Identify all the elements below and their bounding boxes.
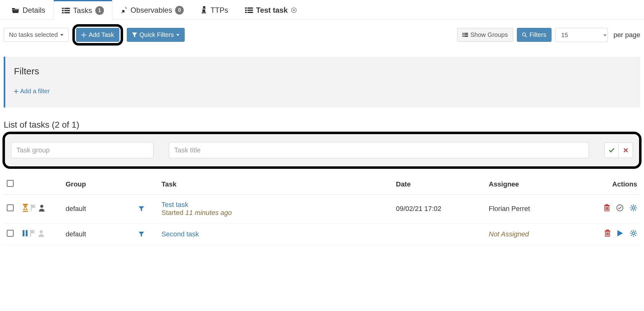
play-icon[interactable] — [617, 230, 624, 237]
svg-rect-10 — [247, 10, 253, 11]
tab-ttps-label: TTPs — [210, 6, 228, 15]
svg-rect-27 — [23, 230, 24, 236]
tab-test-task[interactable]: Test task — [237, 0, 305, 20]
svg-rect-19 — [464, 36, 468, 37]
hourglass-icon — [22, 204, 28, 212]
tasks-icon — [245, 7, 253, 14]
delete-icon[interactable] — [604, 230, 611, 237]
col-group: Group — [62, 174, 158, 195]
svg-point-26 — [632, 207, 635, 209]
row-checkbox[interactable] — [7, 230, 14, 237]
svg-rect-17 — [464, 34, 468, 35]
list-heading: List of tasks (2 of 1) — [0, 120, 644, 132]
col-assignee: Assignee — [486, 174, 585, 195]
table-row: default Test task Started 11 minutes ago… — [4, 194, 640, 223]
svg-rect-14 — [462, 33, 464, 34]
svg-rect-2 — [62, 10, 64, 11]
chess-icon — [200, 6, 207, 14]
new-task-row-highlight — [2, 132, 642, 169]
row-assignee: Florian Perret — [486, 194, 585, 223]
delete-icon[interactable] — [604, 204, 610, 212]
confirm-button[interactable] — [604, 142, 619, 158]
no-tasks-selected-dropdown[interactable]: No tasks selected — [4, 28, 69, 42]
svg-point-20 — [522, 33, 526, 36]
per-page-select[interactable]: 15 — [555, 28, 608, 42]
toolbar: No tasks selected Add Task Quick Filters… — [0, 20, 644, 57]
svg-rect-12 — [247, 12, 253, 13]
svg-point-23 — [40, 205, 43, 208]
svg-rect-4 — [62, 12, 64, 13]
tasks-table: Group Task Date Assignee Actions — [4, 174, 640, 245]
task-subtext: Started 11 minutes ago — [161, 209, 390, 217]
add-task-button[interactable]: Add Task — [76, 28, 119, 42]
row-checkbox[interactable] — [7, 204, 14, 211]
filter-by-group-icon[interactable] — [139, 231, 144, 237]
tab-observables-label: Observables — [131, 6, 172, 15]
show-groups-button[interactable]: Show Groups — [457, 28, 513, 42]
svg-point-29 — [40, 230, 43, 233]
svg-rect-18 — [462, 36, 464, 37]
add-filter-link[interactable]: Add a filter — [14, 88, 50, 95]
svg-rect-3 — [64, 10, 70, 11]
quick-filters-dropdown[interactable]: Quick Filters — [127, 28, 185, 42]
search-icon — [522, 33, 527, 37]
flag-icon[interactable] — [30, 230, 36, 237]
svg-rect-5 — [64, 12, 70, 13]
tasks-icon — [62, 7, 70, 14]
col-task: Task — [158, 174, 393, 195]
col-date: Date — [393, 174, 486, 195]
filters-btn-label: Filters — [530, 31, 546, 38]
filters-button[interactable]: Filters — [517, 28, 552, 42]
task-group-input[interactable] — [11, 142, 153, 158]
row-assignee: Not Assigned — [489, 230, 529, 238]
tab-details[interactable]: Details — [3, 0, 54, 20]
filter-by-group-icon[interactable] — [139, 206, 144, 212]
svg-point-31 — [632, 232, 635, 234]
gear-icon[interactable] — [630, 204, 637, 212]
filters-title: Filters — [14, 66, 632, 77]
task-title-input[interactable] — [169, 142, 589, 158]
tab-test-task-label: Test task — [256, 6, 288, 15]
no-tasks-selected-label: No tasks selected — [9, 31, 58, 38]
tasks-count-badge: 1 — [95, 6, 104, 15]
svg-rect-0 — [62, 8, 64, 9]
filters-panel: Filters Add a filter — [4, 57, 640, 107]
tab-observables[interactable]: Observables 0 — [112, 0, 192, 20]
complete-icon[interactable] — [616, 204, 624, 212]
caret-down-icon — [176, 34, 179, 36]
row-group: default — [66, 230, 86, 238]
svg-rect-15 — [464, 33, 468, 34]
svg-rect-6 — [202, 12, 206, 13]
tab-ttps[interactable]: TTPs — [192, 0, 236, 20]
observables-count-badge: 0 — [175, 6, 184, 15]
flag-icon[interactable] — [30, 204, 36, 212]
tab-details-label: Details — [23, 6, 45, 15]
quick-filters-label: Quick Filters — [140, 31, 174, 38]
user-icon — [38, 204, 45, 212]
svg-rect-7 — [245, 7, 247, 9]
add-task-highlight: Add Task — [72, 24, 123, 46]
svg-rect-1 — [64, 8, 70, 9]
new-task-actions — [604, 142, 633, 158]
plus-icon — [14, 89, 18, 94]
folder-icon — [11, 7, 19, 14]
select-all-checkbox[interactable] — [7, 180, 14, 187]
tabs-bar: Details Tasks 1 Observables 0 TTPs Test … — [0, 0, 644, 20]
col-actions: Actions — [585, 174, 640, 195]
svg-rect-16 — [462, 34, 464, 35]
row-date — [393, 223, 486, 245]
add-task-label: Add Task — [89, 31, 114, 38]
add-filter-label: Add a filter — [20, 88, 50, 95]
svg-rect-22 — [23, 211, 28, 212]
gear-icon[interactable] — [630, 230, 637, 237]
caret-down-icon — [60, 34, 63, 36]
task-link[interactable]: Second task — [161, 230, 199, 238]
close-icon[interactable] — [291, 7, 297, 13]
cancel-button[interactable] — [619, 142, 633, 158]
pin-icon — [121, 7, 127, 14]
svg-rect-28 — [26, 230, 28, 236]
task-link[interactable]: Test task — [161, 201, 188, 208]
tab-tasks[interactable]: Tasks 1 — [54, 0, 112, 20]
svg-rect-11 — [245, 12, 247, 13]
per-page-label: per page — [613, 31, 640, 39]
